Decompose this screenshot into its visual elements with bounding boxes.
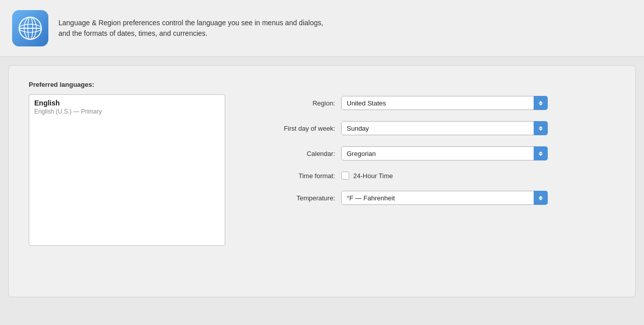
temperature-select-wrapper: °F — Fahrenheit — [341, 191, 548, 205]
temperature-label: Temperature: — [240, 194, 341, 202]
globe-icon — [12, 10, 48, 46]
main-content: Preferred languages: English English (U.… — [8, 65, 636, 297]
first-day-select-wrapper: Sunday — [341, 121, 548, 135]
region-select[interactable]: United States — [341, 96, 548, 110]
time-format-label: Time format: — [240, 172, 341, 180]
calendar-label: Calendar: — [240, 150, 341, 157]
time-format-checkbox[interactable] — [341, 172, 349, 180]
left-panel: Preferred languages: English English (U.… — [29, 81, 240, 277]
languages-list: English English (U.S.) — Primary — [29, 94, 225, 246]
time-format-row: Time format: 24-Hour Time — [240, 172, 615, 180]
first-day-label: First day of week: — [240, 125, 341, 132]
preferred-languages-label: Preferred languages: — [29, 81, 240, 88]
calendar-row: Calendar: Gregorian — [240, 146, 615, 160]
header-section: Language & Region preferences control th… — [0, 0, 644, 57]
time-format-checkbox-label: 24-Hour Time — [353, 172, 393, 180]
calendar-select[interactable]: Gregorian — [341, 146, 548, 160]
temperature-select[interactable]: °F — Fahrenheit — [341, 191, 548, 205]
region-label: Region: — [240, 99, 341, 107]
right-panel: Region: United States First day of week:… — [240, 81, 615, 277]
language-english: English — [34, 99, 220, 107]
first-day-select[interactable]: Sunday — [341, 121, 548, 135]
region-select-wrapper: United States — [341, 96, 548, 110]
region-row: Region: United States — [240, 96, 615, 110]
temperature-row: Temperature: °F — Fahrenheit — [240, 191, 615, 205]
header-description: Language & Region preferences control th… — [58, 18, 323, 39]
language-sub: English (U.S.) — Primary — [34, 108, 220, 115]
first-day-row: First day of week: Sunday — [240, 121, 615, 135]
time-format-checkbox-wrapper: 24-Hour Time — [341, 172, 393, 180]
calendar-select-wrapper: Gregorian — [341, 146, 548, 160]
